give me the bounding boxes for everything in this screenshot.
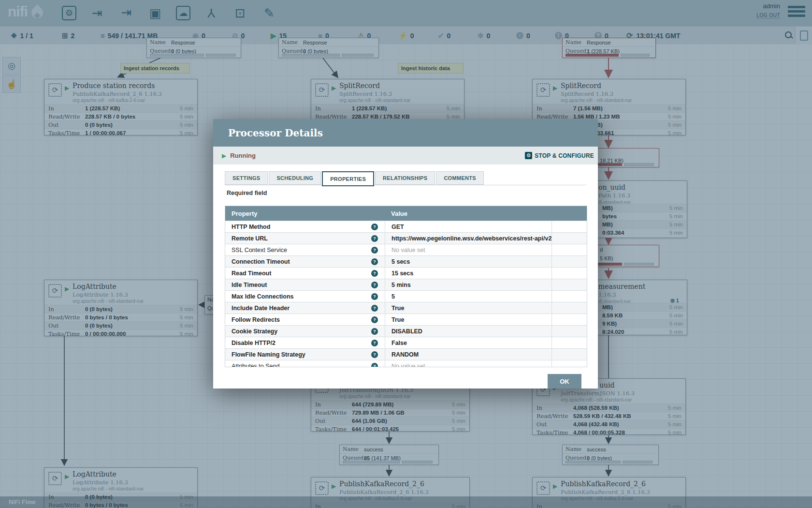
property-value[interactable]: 5 — [385, 291, 551, 302]
row-padding — [551, 302, 587, 314]
property-row[interactable]: Include Date Header?True — [225, 302, 587, 314]
property-value[interactable]: True — [385, 302, 551, 314]
processor-details-dialog: Processor Details ▶ Running ⚙ STOP & CON… — [213, 119, 598, 388]
property-row[interactable]: Connection Timeout?5 secs — [225, 255, 587, 267]
help-icon[interactable]: ? — [371, 258, 378, 265]
row-padding — [551, 233, 587, 244]
running-icon: ▶ — [222, 152, 226, 159]
help-icon[interactable]: ? — [371, 363, 378, 367]
property-row[interactable]: Read Timeout?15 secs — [225, 267, 587, 279]
dialog-status-strip: ▶ Running ⚙ STOP & CONFIGURE — [213, 147, 598, 164]
property-name: HTTP Method? — [225, 221, 385, 232]
property-value[interactable]: RANDOM — [385, 349, 551, 360]
property-name: Connection Timeout? — [225, 256, 385, 267]
property-row[interactable]: Follow Redirects?True — [225, 314, 587, 325]
dialog-tabs: SETTINGS SCHEDULING PROPERTIES RELATIONS… — [225, 171, 586, 185]
row-padding — [551, 314, 587, 325]
help-icon[interactable]: ? — [371, 224, 378, 230]
help-icon[interactable]: ? — [371, 351, 378, 358]
row-padding — [551, 360, 587, 367]
property-row[interactable]: Idle Timeout?5 mins — [225, 279, 587, 290]
row-padding — [551, 326, 587, 337]
property-value[interactable]: 5 secs — [385, 256, 551, 267]
property-name: SSL Context Service? — [225, 244, 385, 255]
help-icon[interactable]: ? — [371, 235, 378, 242]
row-padding — [551, 337, 587, 348]
row-padding — [551, 349, 587, 360]
row-padding — [551, 268, 587, 279]
required-field-note: Required field — [227, 190, 267, 196]
property-row[interactable]: FlowFile Naming Strategy?RANDOM — [225, 348, 587, 360]
property-name: Read Timeout? — [225, 268, 385, 279]
properties-table: Property Value HTTP Method?GETRemote URL… — [225, 206, 587, 367]
property-value[interactable]: GET — [385, 221, 551, 232]
row-padding — [551, 279, 587, 290]
tab-comments[interactable]: COMMENTS — [436, 171, 484, 185]
property-name: Remote URL? — [225, 233, 385, 244]
run-status-text: Running — [230, 152, 256, 159]
property-name: Cookie Strategy? — [225, 326, 385, 337]
property-name: Attributes to Send? — [225, 360, 385, 367]
property-value[interactable]: False — [385, 337, 551, 348]
ok-button[interactable]: OK — [548, 374, 581, 388]
property-value[interactable]: DISABLED — [385, 326, 551, 337]
row-padding — [551, 291, 587, 302]
property-name: FlowFile Naming Strategy? — [225, 349, 385, 360]
property-row[interactable]: SSL Context Service?No value set — [225, 244, 587, 255]
property-name: Follow Redirects? — [225, 314, 385, 325]
help-icon[interactable]: ? — [371, 282, 378, 288]
tab-relationships[interactable]: RELATIONSHIPS — [375, 171, 435, 185]
property-row[interactable]: Max Idle Connections?5 — [225, 290, 587, 302]
nifi-app: nifi ⚙⇥⇤▣☁Y⊡✎ admin LOG OUT ⟳ 13:01:41 G… — [0, 0, 812, 508]
help-icon[interactable]: ? — [371, 328, 378, 335]
tab-properties[interactable]: PROPERTIES — [322, 171, 374, 186]
property-name: Disable HTTP/2? — [225, 337, 385, 348]
dialog-title: Processor Details — [228, 127, 323, 139]
tab-scheduling[interactable]: SCHEDULING — [269, 171, 321, 185]
property-row[interactable]: Cookie Strategy?DISABLED — [225, 325, 587, 337]
property-name: Idle Timeout? — [225, 279, 385, 290]
property-row[interactable]: HTTP Method?GET — [225, 221, 587, 232]
help-icon[interactable]: ? — [371, 270, 378, 277]
help-icon[interactable]: ? — [371, 316, 378, 323]
property-value[interactable]: https://www.pegelonline.wsv.de/webservic… — [385, 233, 551, 244]
help-icon[interactable]: ? — [371, 305, 378, 312]
property-name: Include Date Header? — [225, 302, 385, 314]
help-icon[interactable]: ? — [371, 340, 378, 346]
row-padding — [551, 256, 587, 267]
tab-settings[interactable]: SETTINGS — [225, 171, 268, 185]
property-row[interactable]: Remote URL?https://www.pegelonline.wsv.d… — [225, 232, 587, 244]
row-padding — [551, 221, 587, 232]
properties-table-header: Property Value — [225, 206, 587, 221]
dialog-header: Processor Details — [213, 119, 598, 147]
property-row[interactable]: Attributes to Send?No value set — [225, 360, 587, 367]
property-value[interactable]: 15 secs — [385, 268, 551, 279]
property-row[interactable]: Disable HTTP/2?False — [225, 337, 587, 348]
stop-and-configure-button[interactable]: ⚙ STOP & CONFIGURE — [525, 147, 594, 164]
property-name: Max Idle Connections? — [225, 291, 385, 302]
help-icon[interactable]: ? — [371, 247, 378, 254]
help-icon[interactable]: ? — [371, 293, 378, 300]
property-value[interactable]: No value set — [385, 360, 551, 367]
stop-configure-icon: ⚙ — [525, 152, 532, 159]
row-padding — [551, 244, 587, 255]
property-value[interactable]: No value set — [385, 244, 551, 255]
property-value[interactable]: 5 mins — [385, 279, 551, 290]
property-value[interactable]: True — [385, 314, 551, 325]
properties-table-body: HTTP Method?GETRemote URL?https://www.pe… — [225, 221, 587, 367]
